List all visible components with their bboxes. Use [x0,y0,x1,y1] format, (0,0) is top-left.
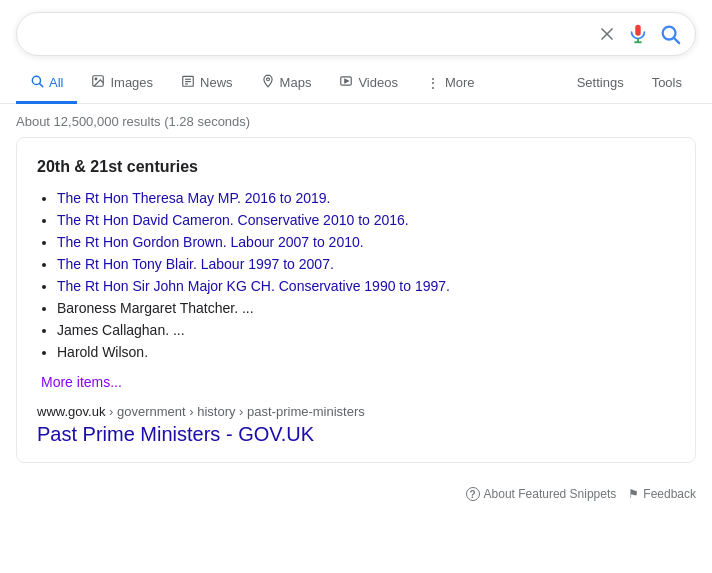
svg-marker-17 [345,79,349,83]
tools-label: Tools [652,75,682,90]
list-item: The Rt Hon Tony Blair. Labour 1997 to 20… [57,256,675,272]
tab-news[interactable]: News [167,64,247,104]
search-magnifier-icon [659,23,681,45]
tab-maps[interactable]: Maps [247,64,326,104]
settings-tools-group: Settings Tools [563,65,696,102]
url-site: www.gov.uk [37,404,105,419]
snippet-page-title: Past Prime Ministers - GOV.UK [37,423,675,446]
tab-videos-label: Videos [358,75,398,90]
search-bar-area: UK prime ministers 1990.. [0,0,712,64]
list-item: The Rt Hon Theresa May MP. 2016 to 2019. [57,190,675,206]
snippet-list: The Rt Hon Theresa May MP. 2016 to 2019.… [37,190,675,360]
url-path-text: government › history › past-prime-minist… [117,404,365,419]
more-items-link[interactable]: More items... [41,374,122,390]
list-item-link[interactable]: The Rt Hon Tony Blair. Labour 1997 to 20… [57,256,334,272]
page-footer: ? About Featured Snippets ⚑ Feedback [0,479,712,509]
maps-icon [261,74,275,91]
tab-all-label: All [49,75,63,90]
list-item: James Callaghan. ... [57,322,675,338]
snippet-url: www.gov.uk › government › history › past… [37,404,675,419]
about-snippets-link[interactable]: ? About Featured Snippets [466,487,617,501]
list-item-text: James Callaghan. ... [57,322,185,338]
tab-images[interactable]: Images [77,64,167,104]
snippet-title: 20th & 21st centuries [37,158,675,176]
list-item: Harold Wilson. [57,344,675,360]
settings-label: Settings [577,75,624,90]
page-title-link[interactable]: Past Prime Ministers - GOV.UK [37,423,314,445]
list-item-text: Baroness Margaret Thatcher. ... [57,300,254,316]
tab-videos[interactable]: Videos [325,64,412,104]
feedback-link[interactable]: ⚑ Feedback [628,487,696,501]
list-item: The Rt Hon Gordon Brown. Labour 2007 to … [57,234,675,250]
tools-link[interactable]: Tools [638,65,696,103]
featured-snippet-card: 20th & 21st centuries The Rt Hon Theresa… [16,137,696,463]
svg-point-10 [96,78,98,80]
list-item-text: Harold Wilson. [57,344,148,360]
results-count-text: About 12,500,000 results (1.28 seconds) [16,114,250,129]
search-input[interactable]: UK prime ministers 1990.. [31,25,597,43]
list-item-link[interactable]: The Rt Hon Gordon Brown. Labour 2007 to … [57,234,364,250]
svg-point-15 [266,78,269,81]
list-item-link[interactable]: The Rt Hon Theresa May MP. 2016 to 2019. [57,190,330,206]
nav-tabs: All Images News Maps Videos ⋮ More Setti… [0,64,712,104]
settings-link[interactable]: Settings [563,65,638,103]
more-items-container: More items... [37,374,675,390]
tab-news-label: News [200,75,233,90]
all-icon [30,74,44,91]
svg-line-8 [40,84,43,87]
tab-more[interactable]: ⋮ More [412,65,489,104]
search-button[interactable] [659,23,681,45]
news-icon [181,74,195,91]
tab-maps-label: Maps [280,75,312,90]
close-icon [597,24,617,44]
images-icon [91,74,105,91]
clear-button[interactable] [597,24,617,44]
svg-rect-2 [635,25,641,36]
about-snippets-label: About Featured Snippets [484,487,617,501]
list-item: Baroness Margaret Thatcher. ... [57,300,675,316]
list-item-link[interactable]: The Rt Hon David Cameron. Conservative 2… [57,212,409,228]
info-icon: ? [466,487,480,501]
videos-icon [339,74,353,91]
svg-line-6 [674,38,679,43]
list-item-link[interactable]: The Rt Hon Sir John Major KG CH. Conserv… [57,278,450,294]
mic-button[interactable] [627,23,649,45]
flag-icon: ⚑ [628,487,639,501]
tab-all[interactable]: All [16,64,77,104]
tab-images-label: Images [110,75,153,90]
snippet-source: www.gov.uk › government › history › past… [37,404,675,446]
search-box: UK prime ministers 1990.. [16,12,696,56]
list-item: The Rt Hon David Cameron. Conservative 2… [57,212,675,228]
main-content: 20th & 21st centuries The Rt Hon Theresa… [0,137,712,463]
results-count: About 12,500,000 results (1.28 seconds) [0,104,712,137]
mic-icon [627,23,649,45]
feedback-label: Feedback [643,487,696,501]
search-icons [597,23,681,45]
more-dots-icon: ⋮ [426,75,440,91]
url-path: › [109,404,117,419]
tab-more-label: More [445,75,475,90]
list-item: The Rt Hon Sir John Major KG CH. Conserv… [57,278,675,294]
